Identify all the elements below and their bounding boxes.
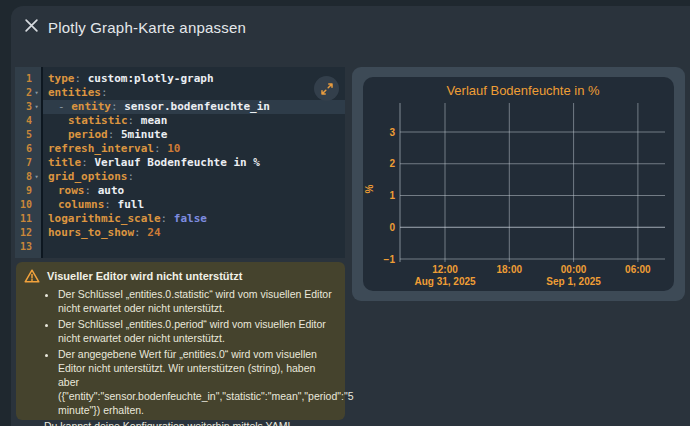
y-tick-label: 0 xyxy=(389,222,395,233)
code-line[interactable]: 13 xyxy=(15,240,345,254)
yaml-token: auto xyxy=(98,184,125,197)
warning-title: Visueller Editor wird nicht unterstützt xyxy=(47,270,242,282)
y-tick-label: −1 xyxy=(384,254,396,265)
dialog-header: Plotly Graph-Karte anpassen xyxy=(11,6,690,58)
code-line[interactable]: 9rows: auto xyxy=(15,184,345,198)
code-line[interactable]: 2▾entities: xyxy=(15,86,345,100)
x-date-label: Aug 31, 2025 xyxy=(414,276,476,287)
x-tick-label: 12:00 xyxy=(432,264,458,275)
code-line[interactable]: 1type: custom:plotly-graph xyxy=(15,72,345,86)
close-button[interactable] xyxy=(20,16,42,38)
dialog-title: Plotly Graph-Karte anpassen xyxy=(48,19,246,36)
warning-bullet: Der angegebene Wert für „entities.0“ wir… xyxy=(58,347,337,417)
code-line[interactable]: 7title: Verlauf Bodenfeuchte in % xyxy=(15,156,345,170)
code-line[interactable]: 8▾grid_options: xyxy=(15,170,345,184)
gutter-line-number: 12 xyxy=(15,226,41,240)
code-line[interactable]: 12hours_to_show: 24 xyxy=(15,226,345,240)
code-line[interactable]: 4statistic: mean xyxy=(15,114,345,128)
gutter-line-number: 8▾ xyxy=(15,170,41,184)
close-icon xyxy=(24,18,39,33)
y-tick-label: 3 xyxy=(389,127,395,138)
code-lines: 1type: custom:plotly-graph2▾entities:3▾-… xyxy=(15,72,345,254)
yaml-token: rows xyxy=(58,184,85,197)
gutter-line-number: 11 xyxy=(15,212,41,226)
code-line[interactable]: 5period: 5minute xyxy=(15,128,345,142)
x-tick-label: 00:00 xyxy=(561,264,587,275)
warning-header: Visueller Editor wird nicht unterstützt xyxy=(24,268,337,284)
gutter-line-number: 13 xyxy=(15,240,41,254)
yaml-token: Verlauf Bodenfeuchte in % xyxy=(94,156,260,169)
fold-toggle-icon[interactable]: ▾ xyxy=(32,100,41,114)
plotly-graph-card: Verlauf Bodenfeuchte in %12:0018:0000:00… xyxy=(363,77,674,291)
yaml-token: type xyxy=(48,72,75,85)
plotly-card-editor-dialog: Plotly Graph-Karte anpassen 1type: custo… xyxy=(11,6,690,426)
yaml-token: refresh_interval xyxy=(48,142,154,155)
yaml-token: mean xyxy=(141,114,168,127)
yaml-token: entities xyxy=(48,86,101,99)
yaml-token: false xyxy=(174,212,207,225)
yaml-editor[interactable]: 1type: custom:plotly-graph2▾entities:3▾-… xyxy=(15,67,345,258)
yaml-token: : xyxy=(81,156,94,169)
yaml-token: custom:plotly-graph xyxy=(88,72,214,85)
yaml-token: : xyxy=(154,142,167,155)
yaml-token: 24 xyxy=(147,226,160,239)
gutter-line-number: 10 xyxy=(15,198,41,212)
y-tick-label: 2 xyxy=(389,158,395,169)
yaml-token: logarithmic_scale xyxy=(48,212,161,225)
yaml-token: : xyxy=(134,226,147,239)
code-line[interactable]: 11logarithmic_scale: false xyxy=(15,212,345,226)
fold-toggle-icon[interactable]: ▾ xyxy=(32,170,41,184)
yaml-token: : xyxy=(128,114,141,127)
gutter-line-number: 6 xyxy=(15,142,41,156)
gutter-line-number: 5 xyxy=(15,128,41,142)
warning-bullet: Der Schlüssel „entities.0.statistic“ wir… xyxy=(58,287,337,315)
fullscreen-button[interactable] xyxy=(314,76,339,101)
fold-toggle-icon[interactable]: ▾ xyxy=(32,86,41,100)
yaml-token: : xyxy=(161,212,174,225)
chart-canvas[interactable]: Verlauf Bodenfeuchte in %12:0018:0000:00… xyxy=(363,77,674,291)
gutter-line-number: 4 xyxy=(15,114,41,128)
gutter-line-number: 2▾ xyxy=(15,86,41,100)
yaml-token: : xyxy=(108,128,121,141)
y-axis-title: % xyxy=(364,184,375,193)
gutter-line-number: 1 xyxy=(15,72,41,86)
yaml-token: : xyxy=(75,72,88,85)
yaml-token: grid_options xyxy=(48,170,127,183)
code-line[interactable]: 10columns: full xyxy=(15,198,345,212)
card-preview: Verlauf Bodenfeuchte in %12:0018:0000:00… xyxy=(352,67,685,301)
yaml-token: title xyxy=(48,156,81,169)
expand-fullscreen-icon xyxy=(320,82,334,96)
yaml-token: 10 xyxy=(167,142,180,155)
x-date-label: Sep 1, 2025 xyxy=(546,276,601,287)
yaml-token: entity xyxy=(71,100,111,113)
warning-bullet-list: Der Schlüssel „entities.0.statistic“ wir… xyxy=(24,287,337,417)
warning-panel: Visueller Editor wird nicht unterstützt … xyxy=(16,262,345,420)
code-line[interactable]: 6refresh_interval: 10 xyxy=(15,142,345,156)
warning-footer: Du kannst deine Konfiguration weiterhin … xyxy=(44,419,337,426)
code-line[interactable]: 3▾- entity: sensor.bodenfeuchte_in xyxy=(15,100,345,114)
yaml-token: - xyxy=(58,100,71,113)
chart-title: Verlauf Bodenfeuchte in % xyxy=(446,83,600,98)
yaml-token: 5minute xyxy=(121,128,167,141)
yaml-token: : xyxy=(104,198,117,211)
x-tick-label: 18:00 xyxy=(497,264,523,275)
gutter-line-number: 7 xyxy=(15,156,41,170)
yaml-token: statistic xyxy=(68,114,128,127)
yaml-token: period xyxy=(68,128,108,141)
yaml-token: hours_to_show xyxy=(48,226,134,239)
x-tick-label: 06:00 xyxy=(625,264,651,275)
gutter-line-number: 9 xyxy=(15,184,41,198)
yaml-token: : xyxy=(111,100,124,113)
gutter-line-number: 3▾ xyxy=(15,100,41,114)
yaml-token: : xyxy=(127,170,134,183)
yaml-token: columns xyxy=(58,198,104,211)
yaml-token: full xyxy=(118,198,145,211)
yaml-token: : xyxy=(85,184,98,197)
yaml-token: sensor.bodenfeuchte_in xyxy=(124,100,270,113)
warning-triangle-icon xyxy=(24,268,40,284)
yaml-token: : xyxy=(101,86,108,99)
warning-bullet: Der Schlüssel „entities.0.period“ wird v… xyxy=(58,317,337,345)
y-tick-label: 1 xyxy=(389,190,395,201)
